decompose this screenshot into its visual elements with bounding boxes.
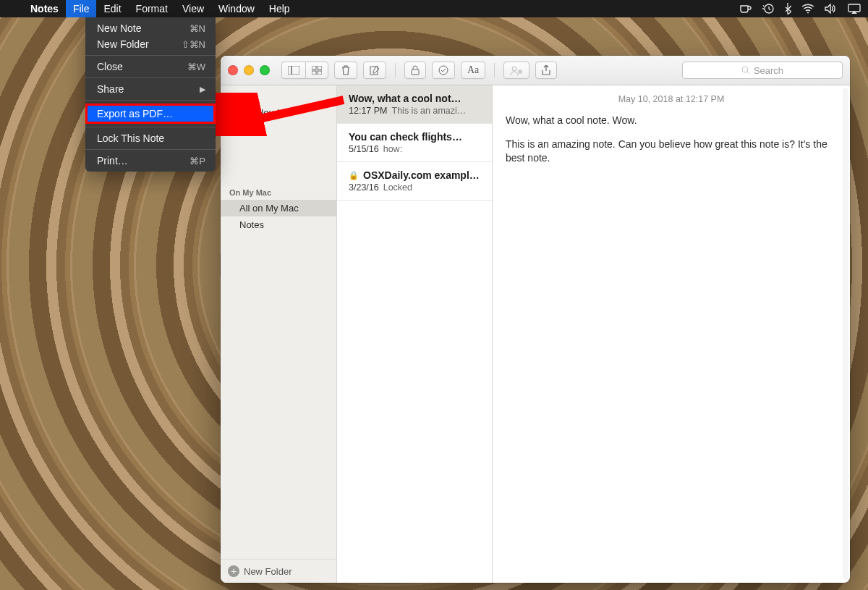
note-title: You can check flights… bbox=[349, 131, 482, 143]
close-window-button[interactable] bbox=[228, 65, 238, 75]
sidebar-section-onmymac: On My Mac bbox=[221, 181, 336, 200]
menu-item-label: Print… bbox=[97, 155, 128, 167]
menu-export-pdf[interactable]: Export as PDF… bbox=[85, 104, 216, 124]
menu-separator bbox=[85, 127, 216, 127]
menu-new-note[interactable]: New Note ⌘N bbox=[85, 20, 216, 36]
lock-button[interactable] bbox=[404, 62, 426, 79]
menu-separator bbox=[85, 149, 216, 150]
window-controls bbox=[228, 65, 270, 75]
menu-lock-note[interactable]: Lock This Note bbox=[85, 130, 216, 146]
menu-shortcut: ⇧⌘N bbox=[182, 39, 205, 50]
svg-rect-2 bbox=[848, 4, 860, 12]
menu-separator bbox=[85, 100, 216, 101]
search-placeholder: Search bbox=[754, 65, 783, 76]
note-body: This is an amazing note. Can you believe… bbox=[506, 138, 837, 165]
menu-file[interactable]: File bbox=[66, 0, 97, 17]
svg-point-12 bbox=[439, 66, 448, 75]
toolbar-separator bbox=[395, 63, 396, 77]
menu-item-label: Lock This Note bbox=[97, 132, 164, 144]
menu-bar: Notes File Edit Format View Window Help bbox=[0, 0, 868, 17]
menu-item-label: New Note bbox=[97, 22, 141, 34]
notes-window: Aa Search iCloud All iCloud es On My Mac… bbox=[221, 56, 850, 583]
wifi-icon[interactable] bbox=[801, 4, 814, 14]
menu-separator bbox=[85, 77, 216, 78]
menu-view[interactable]: View bbox=[175, 0, 211, 17]
svg-point-15 bbox=[742, 67, 748, 72]
menu-item-label: Export as PDF… bbox=[97, 108, 173, 119]
new-note-button[interactable] bbox=[363, 62, 386, 79]
note-title: Wow, what a cool not… bbox=[349, 93, 482, 104]
menu-separator bbox=[85, 55, 216, 56]
note-date: 3/23/16 bbox=[349, 182, 379, 193]
sidebar-folder-notes-icloud[interactable]: es bbox=[221, 121, 336, 138]
note-date: 12:17 PM bbox=[349, 106, 388, 116]
svg-rect-7 bbox=[318, 66, 322, 69]
menu-item-label: New Folder bbox=[97, 38, 149, 50]
volume-icon[interactable] bbox=[825, 4, 838, 14]
airplay-icon[interactable] bbox=[848, 4, 861, 14]
new-folder-button[interactable]: + New Folder bbox=[221, 559, 336, 583]
submenu-arrow-icon: ▶ bbox=[200, 85, 205, 94]
note-editor[interactable]: May 10, 2018 at 12:17 PM Wow, what a coo… bbox=[493, 85, 850, 583]
new-folder-label: New Folder bbox=[244, 566, 292, 577]
note-heading: Wow, what a cool note. Wow. bbox=[506, 114, 837, 126]
note-list-item[interactable]: You can check flights… 5/15/16 how: bbox=[337, 124, 492, 162]
file-menu-dropdown: New Note ⌘N New Folder ⇧⌘N Close ⌘W Shar… bbox=[85, 17, 216, 172]
bluetooth-icon[interactable] bbox=[784, 3, 791, 14]
menu-share[interactable]: Share ▶ bbox=[85, 81, 216, 97]
menu-window[interactable]: Window bbox=[211, 0, 262, 17]
sidebar-folder-all-onmymac[interactable]: All on My Mac bbox=[221, 200, 336, 216]
svg-rect-6 bbox=[312, 66, 316, 69]
checklist-button[interactable] bbox=[432, 62, 455, 79]
app-name[interactable]: Notes bbox=[23, 0, 66, 17]
menu-print[interactable]: Print… ⌘P bbox=[85, 153, 216, 169]
toolbar: Aa Search bbox=[221, 56, 850, 85]
menu-close[interactable]: Close ⌘W bbox=[85, 59, 216, 75]
apple-menu[interactable] bbox=[0, 0, 23, 17]
svg-rect-9 bbox=[318, 71, 322, 75]
menu-new-folder[interactable]: New Folder ⇧⌘N bbox=[85, 36, 216, 52]
note-timestamp: May 10, 2018 at 12:17 PM bbox=[506, 93, 837, 114]
svg-line-16 bbox=[747, 72, 749, 74]
svg-rect-5 bbox=[292, 66, 299, 75]
note-preview: how: bbox=[383, 144, 402, 154]
share-button[interactable] bbox=[535, 62, 557, 79]
svg-point-13 bbox=[512, 67, 516, 71]
svg-point-1 bbox=[807, 12, 809, 14]
note-list-item[interactable]: 🔒 OSXDaily.com exampl… 3/23/16 Locked bbox=[337, 162, 492, 201]
note-preview: This is an amazi… bbox=[392, 106, 467, 116]
menu-help[interactable]: Help bbox=[262, 0, 297, 17]
note-list-item[interactable]: Wow, what a cool not… 12:17 PM This is a… bbox=[337, 85, 492, 124]
list-view-button[interactable] bbox=[281, 62, 305, 79]
sidebar-folder-all-icloud[interactable]: All iCloud bbox=[221, 104, 336, 121]
menu-shortcut: ⌘P bbox=[190, 156, 205, 167]
view-mode-group bbox=[281, 62, 328, 79]
svg-rect-8 bbox=[312, 71, 316, 75]
note-preview: Locked bbox=[383, 182, 412, 193]
editor-scrollbar[interactable] bbox=[843, 88, 848, 580]
svg-rect-4 bbox=[288, 66, 292, 75]
zoom-window-button[interactable] bbox=[260, 65, 270, 75]
menu-shortcut: ⌘W bbox=[187, 62, 205, 72]
toolbar-separator bbox=[494, 63, 495, 77]
grid-view-button[interactable] bbox=[305, 62, 328, 79]
search-field[interactable]: Search bbox=[682, 62, 843, 79]
menu-shortcut: ⌘N bbox=[190, 23, 205, 34]
coffee-icon[interactable] bbox=[739, 4, 752, 14]
sidebar-folder-notes-onmymac[interactable]: Notes bbox=[221, 216, 336, 233]
svg-rect-11 bbox=[412, 69, 419, 75]
delete-button[interactable] bbox=[334, 62, 357, 79]
format-button[interactable]: Aa bbox=[461, 62, 485, 79]
note-date: 5/15/16 bbox=[349, 144, 379, 154]
minimize-window-button[interactable] bbox=[244, 65, 254, 75]
menu-edit[interactable]: Edit bbox=[96, 0, 128, 17]
plus-icon: + bbox=[228, 565, 239, 577]
lock-icon: 🔒 bbox=[349, 171, 359, 180]
sidebar: iCloud All iCloud es On My Mac All on My… bbox=[221, 85, 337, 583]
search-icon bbox=[741, 66, 750, 75]
menu-format[interactable]: Format bbox=[129, 0, 175, 17]
sidebar-section-icloud: iCloud bbox=[221, 85, 336, 104]
notes-list: Wow, what a cool not… 12:17 PM This is a… bbox=[337, 85, 493, 583]
timemachine-icon[interactable] bbox=[762, 3, 774, 14]
add-people-button[interactable] bbox=[503, 62, 529, 79]
